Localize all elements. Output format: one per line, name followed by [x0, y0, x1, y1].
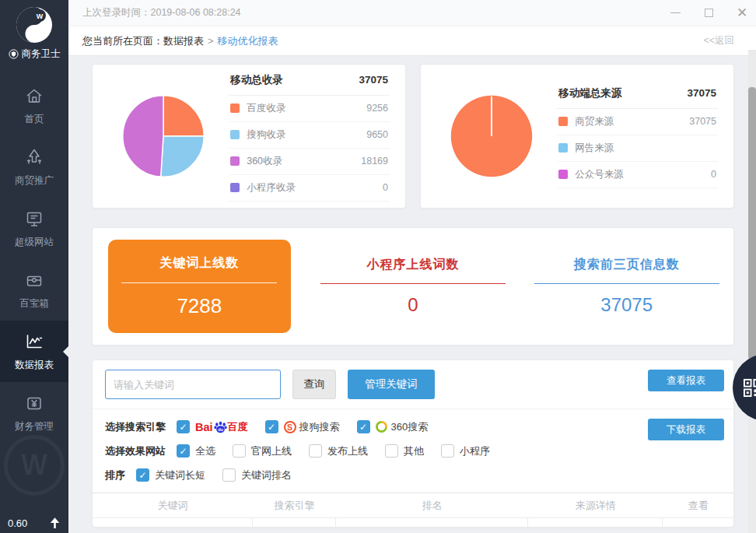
sidebar-item-promotion[interactable]: 商贸推广	[0, 136, 68, 198]
filter-row-sort: 排序 关键词长短 关键词排名	[105, 463, 721, 487]
legend-value: 9256	[366, 103, 388, 114]
filter-label: 选择效果网站	[105, 444, 166, 458]
engine-option-360[interactable]: 360搜索	[357, 420, 429, 434]
column-header-rank: 排名	[336, 499, 528, 513]
checkbox[interactable]	[222, 468, 236, 482]
sidebar-item-website[interactable]: 超级网站	[0, 198, 68, 259]
stat-top3-info[interactable]: 搜索前三页信息数 37075	[520, 228, 733, 345]
sidebar-item-label: 数据报表	[15, 359, 54, 372]
chart-card-indexed: 移动总收录 37075 百度收录 9256 搜狗收录 9650 360收录 18…	[92, 64, 406, 209]
sidebar-item-label: 百宝箱	[19, 297, 49, 310]
site-option-other[interactable]: 其他	[385, 444, 424, 458]
stat-value: 37075	[600, 294, 653, 316]
maximize-icon[interactable]	[702, 7, 715, 19]
checkbox[interactable]	[385, 444, 398, 458]
svg-text:W: W	[37, 12, 44, 20]
checkbox[interactable]	[357, 420, 370, 433]
sidebar: W 商务卫士 首页 商贸推广 超级网站	[0, 0, 68, 533]
home-icon	[23, 85, 45, 107]
checkbox[interactable]	[441, 444, 454, 458]
legend-swatch	[230, 156, 240, 166]
scrollbar-track	[748, 50, 756, 533]
legend-value: 9650	[366, 129, 388, 140]
legend-swatch	[230, 103, 240, 113]
sidebar-item-home[interactable]: 首页	[0, 75, 68, 136]
brand-label: 商务卫士	[22, 47, 61, 61]
site-option-publish[interactable]: 发布上线	[309, 444, 368, 458]
svg-text:du: du	[218, 427, 223, 432]
legend-swatch	[558, 170, 568, 179]
checkbox[interactable]	[309, 444, 322, 458]
brand-name: 商务卫士	[9, 47, 61, 61]
legend-value: 18169	[361, 156, 388, 167]
legend-label: 百度收录	[247, 102, 285, 115]
manage-keywords-button[interactable]: 管理关键词	[348, 370, 435, 399]
checkbox[interactable]	[233, 444, 246, 458]
legend-swatch	[230, 130, 240, 139]
column-header-engine: 搜索引擎	[253, 499, 336, 513]
site-option-miniprogram[interactable]: 小程序	[441, 444, 490, 458]
sidebar-item-label: 首页	[25, 113, 44, 126]
back-link[interactable]: <<返回	[703, 34, 744, 47]
pie-chart-indexed	[118, 91, 208, 181]
watermark-logo: W	[4, 435, 65, 496]
chart-legend: 移动总收录 37075 百度收录 9256 搜狗收录 9650 360收录 18…	[229, 72, 390, 202]
column-header-view: 查看	[663, 499, 733, 513]
view-report-button[interactable]: 查看报表	[648, 370, 724, 391]
last-login-label: 上次登录时间：2019-08-06 08:28:24	[68, 6, 241, 19]
pie-chart-sources	[446, 91, 537, 181]
sogou-s-icon: S	[284, 421, 296, 433]
sidebar-item-label: 超级网站	[15, 236, 54, 249]
filter-label: 选择搜索引擎	[105, 420, 166, 434]
upload-arrow-icon[interactable]	[49, 517, 61, 529]
legend-total-value: 37075	[687, 87, 716, 99]
stat-active-tile[interactable]: 关键词上线数 7288	[108, 240, 291, 333]
query-button[interactable]: 查询	[292, 370, 336, 399]
checkbox[interactable]	[136, 468, 149, 482]
download-report-button[interactable]: 下载报表	[648, 419, 724, 440]
stat-miniprogram-words[interactable]: 小程序上线词数 0	[306, 228, 520, 345]
stat-keywords-online[interactable]: 关键词上线数 7288	[93, 228, 306, 345]
legend-swatch	[230, 183, 240, 192]
checkbox[interactable]	[177, 420, 190, 433]
report-chart-icon	[23, 331, 45, 352]
stats-card: 关键词上线数 7288 小程序上线词数 0 搜索前三页信息数 37075	[92, 227, 734, 345]
legend-item: 搜狗收录 9650	[229, 122, 390, 149]
menu-icon[interactable]	[636, 7, 648, 19]
sort-option-length[interactable]: 关键词长短	[136, 468, 205, 482]
stat-value: 7288	[177, 294, 222, 318]
legend-value: 0	[711, 169, 716, 180]
checkbox[interactable]	[265, 420, 278, 433]
engine-option-sogou[interactable]: S 搜狗搜索	[265, 420, 340, 434]
sidebar-item-reports[interactable]: 数据报表	[0, 321, 68, 382]
site-option-all[interactable]: 全选	[177, 444, 215, 458]
legend-label: 商贸来源	[575, 115, 614, 128]
qr-code-icon	[743, 378, 756, 398]
chart-card-sources: 移动端总来源 37075 商贸来源 37075 网告来源 公众号来源 0	[420, 64, 734, 209]
legend-item: 小程序收录 0	[229, 175, 390, 202]
sidebar-item-toolbox[interactable]: 百宝箱	[0, 259, 68, 321]
yinyang-logo-icon: W	[13, 4, 55, 46]
scrollbar-thumb[interactable]	[748, 87, 756, 359]
legend-label: 公众号来源	[575, 168, 624, 181]
engine-option-baidu[interactable]: Bai du 百度	[177, 420, 248, 434]
breadcrumb-prefix: 您当前所在页面：	[82, 34, 163, 48]
chart-legend: 移动端总来源 37075 商贸来源 37075 网告来源 公众号来源 0	[557, 85, 718, 188]
checkbox[interactable]	[177, 444, 190, 458]
main-content: 移动总收录 37075 百度收录 9256 搜狗收录 9650 360收录 18…	[68, 56, 756, 533]
filter-row-engines: 选择搜索引擎 Bai du 百度	[105, 415, 721, 439]
keyword-search-input[interactable]	[105, 370, 281, 399]
sidebar-item-label: 商贸推广	[15, 174, 54, 188]
stat-divider	[121, 282, 277, 283]
minimize-icon[interactable]	[669, 7, 681, 19]
close-icon[interactable]: ✕	[736, 7, 748, 19]
360-ring-icon	[376, 421, 387, 433]
breadcrumb-current-link[interactable]: 移动优化报表	[218, 34, 278, 48]
baidu-logo: Bai du 百度	[195, 420, 248, 434]
app-logo: W 商务卫士	[0, 0, 68, 75]
360-logo: 360搜索	[376, 420, 429, 434]
sort-option-rank[interactable]: 关键词排名	[222, 468, 292, 482]
column-header-source: 来源详情	[528, 499, 663, 513]
monitor-icon	[23, 208, 45, 230]
site-option-official[interactable]: 官网上线	[233, 444, 292, 458]
